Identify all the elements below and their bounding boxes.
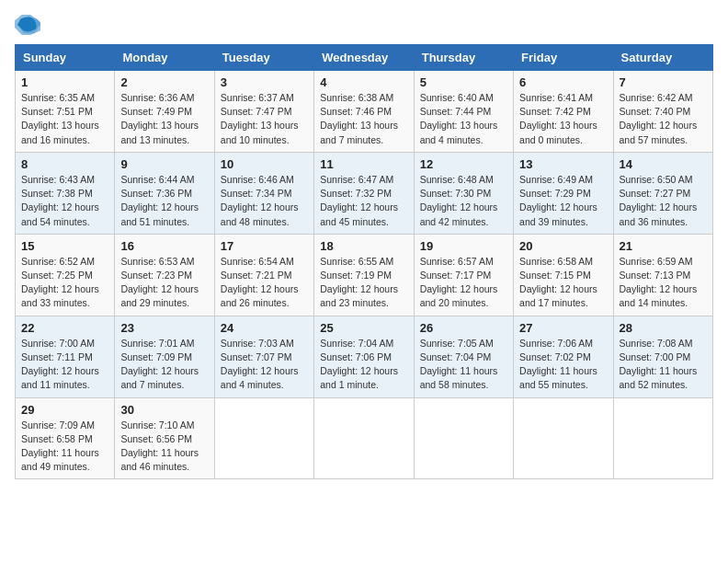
day-cell: 7Sunrise: 6:42 AMSunset: 7:40 PMDaylight… <box>613 71 712 153</box>
day-number: 1 <box>21 75 108 89</box>
week-row-5: 29Sunrise: 7:09 AMSunset: 6:58 PMDayligh… <box>16 397 713 479</box>
day-cell: 21Sunrise: 6:59 AMSunset: 7:13 PMDayligh… <box>613 234 712 316</box>
day-detail: Sunrise: 7:06 AMSunset: 7:02 PMDaylight:… <box>519 338 597 391</box>
week-row-2: 8Sunrise: 6:43 AMSunset: 7:38 PMDaylight… <box>16 152 713 234</box>
day-number: 14 <box>620 157 707 171</box>
day-number: 9 <box>120 157 208 171</box>
day-detail: Sunrise: 6:49 AMSunset: 7:29 PMDaylight:… <box>519 174 597 227</box>
day-number: 2 <box>120 75 208 89</box>
day-number: 10 <box>221 157 308 171</box>
day-detail: Sunrise: 6:35 AMSunset: 7:51 PMDaylight:… <box>21 92 99 145</box>
column-header-tuesday: Tuesday <box>214 45 313 71</box>
day-number: 19 <box>420 239 507 253</box>
day-detail: Sunrise: 7:08 AMSunset: 7:00 PMDaylight:… <box>620 338 698 391</box>
day-detail: Sunrise: 7:09 AMSunset: 6:58 PMDaylight:… <box>21 419 99 473</box>
week-row-4: 22Sunrise: 7:00 AMSunset: 7:11 PMDayligh… <box>16 316 713 397</box>
day-number: 8 <box>21 157 108 171</box>
day-detail: Sunrise: 6:38 AMSunset: 7:46 PMDaylight:… <box>320 92 398 145</box>
day-number: 5 <box>420 75 507 89</box>
day-cell: 14Sunrise: 6:50 AMSunset: 7:27 PMDayligh… <box>613 152 712 234</box>
day-detail: Sunrise: 6:42 AMSunset: 7:40 PMDaylight:… <box>620 92 698 145</box>
day-number: 17 <box>221 239 308 253</box>
week-row-1: 1Sunrise: 6:35 AMSunset: 7:51 PMDaylight… <box>16 71 713 153</box>
day-cell: 1Sunrise: 6:35 AMSunset: 7:51 PMDaylight… <box>16 71 115 153</box>
day-detail: Sunrise: 6:48 AMSunset: 7:30 PMDaylight:… <box>420 174 498 227</box>
day-number: 4 <box>320 75 407 89</box>
day-detail: Sunrise: 7:05 AMSunset: 7:04 PMDaylight:… <box>420 338 498 391</box>
column-header-monday: Monday <box>115 45 214 71</box>
day-detail: Sunrise: 7:00 AMSunset: 7:11 PMDaylight:… <box>21 338 99 391</box>
day-number: 21 <box>620 239 707 253</box>
day-cell: 26Sunrise: 7:05 AMSunset: 7:04 PMDayligh… <box>414 316 513 397</box>
day-cell <box>414 397 513 479</box>
day-number: 13 <box>519 157 607 171</box>
day-number: 30 <box>120 403 208 417</box>
day-cell: 18Sunrise: 6:55 AMSunset: 7:19 PMDayligh… <box>314 234 414 316</box>
day-cell: 20Sunrise: 6:58 AMSunset: 7:15 PMDayligh… <box>514 234 613 316</box>
day-number: 18 <box>320 239 407 253</box>
day-cell: 12Sunrise: 6:48 AMSunset: 7:30 PMDayligh… <box>414 152 513 234</box>
column-header-saturday: Saturday <box>613 45 712 71</box>
day-cell: 23Sunrise: 7:01 AMSunset: 7:09 PMDayligh… <box>115 316 214 397</box>
day-detail: Sunrise: 6:40 AMSunset: 7:44 PMDaylight:… <box>420 92 498 145</box>
day-detail: Sunrise: 7:10 AMSunset: 6:56 PMDaylight:… <box>120 419 199 473</box>
day-detail: Sunrise: 6:55 AMSunset: 7:19 PMDaylight:… <box>320 256 398 309</box>
day-detail: Sunrise: 6:36 AMSunset: 7:49 PMDaylight:… <box>120 92 199 145</box>
day-detail: Sunrise: 6:59 AMSunset: 7:13 PMDaylight:… <box>620 256 698 309</box>
day-detail: Sunrise: 6:58 AMSunset: 7:15 PMDaylight:… <box>519 256 597 309</box>
calendar-header: SundayMondayTuesdayWednesdayThursdayFrid… <box>16 45 713 71</box>
column-header-sunday: Sunday <box>16 45 115 71</box>
day-detail: Sunrise: 6:41 AMSunset: 7:42 PMDaylight:… <box>519 92 597 145</box>
day-number: 23 <box>120 321 208 335</box>
day-number: 22 <box>21 321 108 335</box>
day-number: 12 <box>420 157 507 171</box>
day-cell: 9Sunrise: 6:44 AMSunset: 7:36 PMDaylight… <box>115 152 214 234</box>
column-header-friday: Friday <box>514 45 613 71</box>
day-detail: Sunrise: 7:04 AMSunset: 7:06 PMDaylight:… <box>320 338 398 391</box>
day-cell: 17Sunrise: 6:54 AMSunset: 7:21 PMDayligh… <box>214 234 313 316</box>
day-cell: 11Sunrise: 6:47 AMSunset: 7:32 PMDayligh… <box>314 152 414 234</box>
day-cell: 30Sunrise: 7:10 AMSunset: 6:56 PMDayligh… <box>115 397 214 479</box>
day-detail: Sunrise: 6:44 AMSunset: 7:36 PMDaylight:… <box>120 174 199 227</box>
calendar-body: 1Sunrise: 6:35 AMSunset: 7:51 PMDaylight… <box>16 71 713 479</box>
day-cell: 25Sunrise: 7:04 AMSunset: 7:06 PMDayligh… <box>314 316 414 397</box>
day-cell: 5Sunrise: 6:40 AMSunset: 7:44 PMDaylight… <box>414 71 513 153</box>
day-cell: 24Sunrise: 7:03 AMSunset: 7:07 PMDayligh… <box>214 316 313 397</box>
column-header-wednesday: Wednesday <box>314 45 414 71</box>
day-number: 20 <box>519 239 607 253</box>
day-cell: 22Sunrise: 7:00 AMSunset: 7:11 PMDayligh… <box>16 316 115 397</box>
day-cell: 6Sunrise: 6:41 AMSunset: 7:42 PMDaylight… <box>514 71 613 153</box>
day-number: 6 <box>519 75 607 89</box>
day-number: 24 <box>221 321 308 335</box>
day-detail: Sunrise: 6:43 AMSunset: 7:38 PMDaylight:… <box>21 174 99 227</box>
day-cell <box>314 397 414 479</box>
day-cell: 27Sunrise: 7:06 AMSunset: 7:02 PMDayligh… <box>514 316 613 397</box>
day-detail: Sunrise: 7:01 AMSunset: 7:09 PMDaylight:… <box>120 338 199 391</box>
day-cell: 2Sunrise: 6:36 AMSunset: 7:49 PMDaylight… <box>115 71 214 153</box>
day-cell: 19Sunrise: 6:57 AMSunset: 7:17 PMDayligh… <box>414 234 513 316</box>
calendar-table: SundayMondayTuesdayWednesdayThursdayFrid… <box>15 44 713 479</box>
day-number: 27 <box>519 321 607 335</box>
day-detail: Sunrise: 6:46 AMSunset: 7:34 PMDaylight:… <box>221 174 299 227</box>
day-cell: 3Sunrise: 6:37 AMSunset: 7:47 PMDaylight… <box>214 71 313 153</box>
logo <box>15 15 44 35</box>
day-number: 25 <box>320 321 407 335</box>
day-cell <box>214 397 313 479</box>
day-cell: 13Sunrise: 6:49 AMSunset: 7:29 PMDayligh… <box>514 152 613 234</box>
day-cell: 4Sunrise: 6:38 AMSunset: 7:46 PMDaylight… <box>314 71 414 153</box>
day-detail: Sunrise: 6:52 AMSunset: 7:25 PMDaylight:… <box>21 256 99 309</box>
day-detail: Sunrise: 6:57 AMSunset: 7:17 PMDaylight:… <box>420 256 498 309</box>
logo-icon <box>15 15 40 35</box>
day-number: 15 <box>21 239 108 253</box>
day-cell: 10Sunrise: 6:46 AMSunset: 7:34 PMDayligh… <box>214 152 313 234</box>
page-header <box>15 15 713 35</box>
day-number: 3 <box>221 75 308 89</box>
day-cell <box>613 397 712 479</box>
day-cell: 29Sunrise: 7:09 AMSunset: 6:58 PMDayligh… <box>16 397 115 479</box>
day-detail: Sunrise: 6:50 AMSunset: 7:27 PMDaylight:… <box>620 174 698 227</box>
day-detail: Sunrise: 7:03 AMSunset: 7:07 PMDaylight:… <box>221 338 299 391</box>
day-number: 26 <box>420 321 507 335</box>
day-number: 16 <box>120 239 208 253</box>
day-cell: 15Sunrise: 6:52 AMSunset: 7:25 PMDayligh… <box>16 234 115 316</box>
day-number: 29 <box>21 403 108 417</box>
